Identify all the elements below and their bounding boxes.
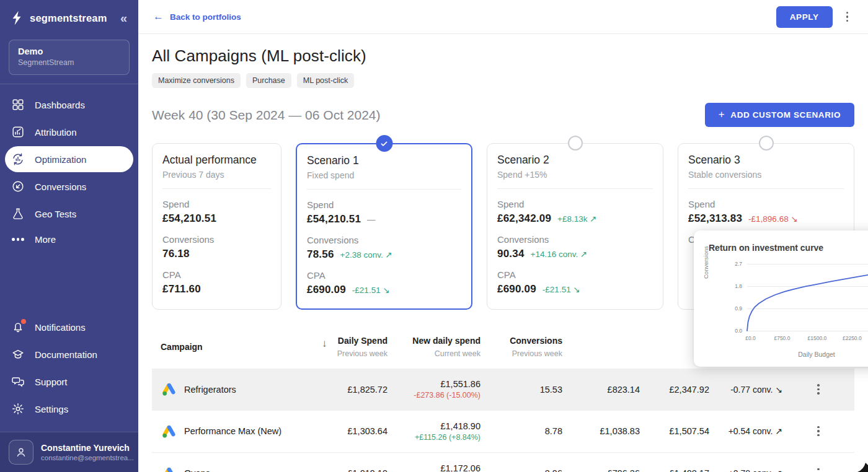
page-title: All Campaigns (ML post-click) xyxy=(152,46,854,66)
column-header-new-daily-spend[interactable]: New daily spend Current week xyxy=(388,334,480,360)
metric-value: 78.56 xyxy=(307,248,334,261)
card-subtitle: Fixed spend xyxy=(307,170,461,180)
metric-change: -£1,896.68 ↘ xyxy=(748,214,798,224)
check-icon xyxy=(380,139,389,148)
avatar xyxy=(9,440,33,465)
metric-value: 90.34 xyxy=(497,248,525,260)
project-selector[interactable]: Demo SegmentStream xyxy=(9,40,130,75)
sidebar-item-more[interactable]: More xyxy=(5,228,133,251)
card-title: Scenario 2 xyxy=(497,154,653,167)
metric-label: Conversions xyxy=(307,235,461,245)
daily-spend-value: £1,303.64 xyxy=(330,426,388,436)
column-header-campaign[interactable]: Campaign xyxy=(152,341,330,353)
sidebar-item-label: Support xyxy=(35,377,68,387)
card-title: Scenario 1 xyxy=(307,154,461,167)
row-menu-kebab-icon[interactable] xyxy=(815,466,822,472)
x-tick: £1500.0 xyxy=(808,335,827,341)
flask-icon xyxy=(11,207,25,221)
metric-label: CPA xyxy=(162,269,271,280)
sidebar-item-attribution[interactable]: Attribution xyxy=(5,119,133,145)
y-tick: 1.8 xyxy=(735,283,742,289)
metric-change: — xyxy=(367,215,376,224)
topbar: ← Back to portfolios APPLY xyxy=(138,0,868,34)
metric-value: £62,342.09 xyxy=(497,212,551,225)
apply-button[interactable]: APPLY xyxy=(776,6,833,28)
sidebar-item-label: Dashboards xyxy=(35,100,85,110)
metric-value: £711.60 xyxy=(162,283,201,295)
dashboards-icon xyxy=(11,98,25,111)
metric-label: Spend xyxy=(688,199,844,209)
metric-label: Spend xyxy=(162,199,271,209)
back-to-portfolios-link[interactable]: ← Back to portfolios xyxy=(153,11,241,23)
notification-badge xyxy=(21,319,26,324)
main-content: ← Back to portfolios APPLY All Campaigns… xyxy=(138,0,868,472)
metric-label: Spend xyxy=(497,199,653,209)
metric-label: Conversions xyxy=(497,234,653,245)
scenario-radio-unchecked[interactable] xyxy=(568,136,583,151)
gear-icon xyxy=(11,402,25,416)
google-ads-icon xyxy=(161,423,177,440)
collapse-sidebar-icon[interactable]: « xyxy=(120,11,130,25)
sidebar-secondary-nav: Notifications Documentation Support Sett… xyxy=(0,310,138,432)
row-menu-kebab-icon[interactable] xyxy=(815,424,822,439)
add-custom-scenario-button[interactable]: + ADD CUSTOM SCENARIO xyxy=(705,103,854,127)
sidebar-item-label: More xyxy=(35,234,56,245)
new-daily-spend-cell: £1,551.86 -£273.86 (-15.00%) xyxy=(388,379,480,400)
week-row: Week 40 (30 Sep 2024 — 06 Oct 2024) + AD… xyxy=(152,103,854,127)
user-email: constantine@segmentstrea... xyxy=(41,454,134,461)
table-row[interactable]: Performance Max (New) £1,303.64 £1,418.9… xyxy=(152,411,854,453)
card-scenario-2[interactable]: Scenario 2 Spend +15% Spend £62,342.09+£… xyxy=(487,143,663,310)
sidebar-divider xyxy=(0,84,138,84)
x-tick: £2250.0 xyxy=(843,335,862,341)
y-tick: 2.7 xyxy=(735,261,742,267)
column-header-conversions[interactable]: Conversions Previous week xyxy=(480,334,562,360)
sidebar-item-label: Geo Tests xyxy=(35,209,76,219)
page-menu-kebab-icon[interactable] xyxy=(844,9,851,25)
card-actual-performance[interactable]: Actual performance Previous 7 days Spend… xyxy=(152,143,281,310)
sort-descending-icon[interactable]: ↓ xyxy=(322,336,327,352)
project-name: Demo xyxy=(18,46,120,56)
google-ads-icon xyxy=(161,465,177,472)
column-header-daily-spend[interactable]: ↓ Daily Spend Previous week xyxy=(330,334,388,360)
campaign-name: Refrigerators xyxy=(184,385,236,395)
plus-icon: + xyxy=(719,108,725,121)
optimization-icon xyxy=(11,152,25,166)
sidebar: segmentstream « Demo SegmentStream Dashb… xyxy=(0,0,138,472)
metric-value: £2,347.92 xyxy=(640,385,709,395)
roi-y-axis-label: Conversions xyxy=(702,246,709,279)
metric-value: £54,210.51 xyxy=(307,213,361,225)
metric-change: -£21.51 ↘ xyxy=(352,285,390,295)
scenario-radio-checked[interactable] xyxy=(376,135,392,152)
row-menu-kebab-icon[interactable] xyxy=(815,382,822,397)
metric-change: +2.38 conv. ↗ xyxy=(340,250,392,260)
sidebar-item-support[interactable]: Support xyxy=(5,369,133,395)
table-row[interactable]: Refrigerators £1,825.72 £1,551.86 -£273.… xyxy=(152,369,854,411)
metric-value: 76.18 xyxy=(162,248,190,260)
card-subtitle: Stable conversions xyxy=(688,170,844,180)
sidebar-item-settings[interactable]: Settings xyxy=(5,396,133,422)
sidebar-item-dashboards[interactable]: Dashboards xyxy=(5,92,133,118)
card-scenario-1[interactable]: Scenario 1 Fixed spend Spend £54,210.51—… xyxy=(296,143,472,310)
metric-label: Spend xyxy=(307,199,461,210)
metric-label: CPA xyxy=(497,269,653,280)
sidebar-item-optimization[interactable]: Optimization xyxy=(5,146,133,172)
sidebar-item-label: Conversions xyxy=(35,181,86,192)
sidebar-item-conversions[interactable]: Conversions xyxy=(5,173,133,199)
roi-curve-chart: 2.7 1.8 0.9 0.0 £0.0 £750.0 £1500.0 £225… xyxy=(747,264,868,331)
y-tick: 0.0 xyxy=(735,328,742,334)
sidebar-item-geo-tests[interactable]: Geo Tests xyxy=(5,201,133,227)
chip-model: ML post-click xyxy=(297,73,354,88)
metric-value: £690.09 xyxy=(497,283,536,295)
scenario-radio-unchecked[interactable] xyxy=(759,136,774,151)
x-tick: £0.0 xyxy=(745,335,756,341)
roi-x-axis-label: Daily Budget xyxy=(732,351,868,358)
card-title: Actual performance xyxy=(162,154,271,167)
user-menu[interactable]: Constantine Yurevich constantine@segment… xyxy=(0,432,138,472)
table-row[interactable]: Ovens £1,019.19 £1,172.06 +£152.87 (+15.… xyxy=(152,453,854,472)
conversions-change: +0.78 conv. ↗ xyxy=(709,468,782,472)
new-daily-spend-cell: £1,172.06 +£152.87 (+15.00%) xyxy=(388,463,480,472)
sidebar-item-documentation[interactable]: Documentation xyxy=(5,341,133,367)
roi-curve-tooltip: Return on investment curve Conversions 2… xyxy=(694,230,868,367)
card-title: Scenario 3 xyxy=(688,154,844,167)
sidebar-item-notifications[interactable]: Notifications xyxy=(5,314,133,340)
